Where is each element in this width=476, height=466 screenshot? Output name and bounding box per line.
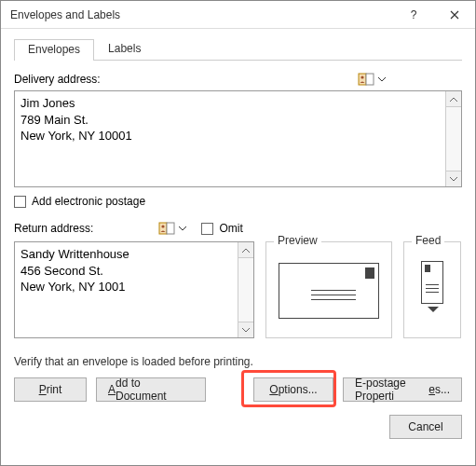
- print-button[interactable]: Print: [14, 377, 87, 402]
- scrollbar-track[interactable]: [445, 107, 461, 171]
- preview-group[interactable]: Preview: [265, 241, 392, 338]
- title-bar: Envelopes and Labels ?: [1, 1, 475, 29]
- chevron-down-icon: [242, 328, 250, 333]
- return-address-input[interactable]: [15, 242, 238, 337]
- delivery-address-field-wrap: [14, 90, 462, 187]
- address-book-icon: [358, 72, 374, 87]
- add-electronic-postage-checkbox[interactable]: [14, 196, 26, 208]
- envelopes-labels-dialog: Envelopes and Labels ? Envelopes Labels …: [0, 0, 476, 466]
- scroll-up-button[interactable]: [445, 91, 461, 107]
- close-icon: [450, 10, 459, 20]
- svg-rect-0: [359, 74, 366, 85]
- add-to-document-button[interactable]: Add to Document: [96, 377, 206, 402]
- feed-orientation-icon: [421, 261, 443, 304]
- address-book-icon: [158, 221, 175, 236]
- svg-rect-1: [366, 74, 374, 85]
- scroll-down-button[interactable]: [445, 171, 461, 186]
- close-button[interactable]: [434, 1, 475, 29]
- return-address-field-wrap: [14, 241, 254, 338]
- delivery-address-input[interactable]: [15, 91, 445, 186]
- scroll-down-button[interactable]: [238, 322, 253, 337]
- svg-rect-3: [159, 223, 167, 234]
- delivery-address-label: Delivery address:: [14, 73, 101, 86]
- chevron-up-icon: [450, 97, 457, 102]
- cancel-button[interactable]: Cancel: [389, 415, 462, 439]
- svg-rect-4: [167, 223, 174, 234]
- add-electronic-postage-label: Add electronic postage: [32, 195, 145, 208]
- tab-envelopes[interactable]: Envelopes: [14, 39, 94, 61]
- window-title: Envelopes and Labels: [10, 8, 393, 21]
- tab-labels[interactable]: Labels: [94, 38, 155, 60]
- chevron-up-icon: [242, 248, 250, 253]
- omit-checkbox[interactable]: [201, 223, 213, 235]
- omit-row[interactable]: Omit: [201, 222, 242, 235]
- verify-text: Verify that an envelope is loaded before…: [14, 355, 462, 368]
- chevron-down-icon: [177, 226, 188, 231]
- add-electronic-postage-row[interactable]: Add electronic postage: [14, 195, 462, 208]
- feed-legend: Feed: [412, 234, 444, 247]
- return-address-book-button[interactable]: [158, 221, 188, 236]
- svg-point-5: [162, 225, 165, 227]
- tab-strip: Envelopes Labels: [14, 38, 462, 61]
- chevron-down-icon: [450, 177, 457, 182]
- svg-point-2: [360, 75, 363, 78]
- envelope-preview-icon: [279, 263, 379, 319]
- feed-group[interactable]: Feed: [403, 241, 461, 338]
- e-postage-properties-button[interactable]: E-postage Properties...: [343, 377, 462, 402]
- scrollbar-track[interactable]: [238, 258, 253, 322]
- chevron-down-icon: [376, 77, 388, 82]
- scroll-up-button[interactable]: [238, 242, 253, 258]
- help-button[interactable]: ?: [393, 1, 434, 29]
- options-button[interactable]: Options...: [253, 377, 333, 402]
- omit-label: Omit: [219, 222, 242, 235]
- delivery-address-book-button[interactable]: [358, 72, 388, 87]
- preview-legend: Preview: [274, 234, 321, 247]
- return-address-label: Return address:: [14, 222, 93, 235]
